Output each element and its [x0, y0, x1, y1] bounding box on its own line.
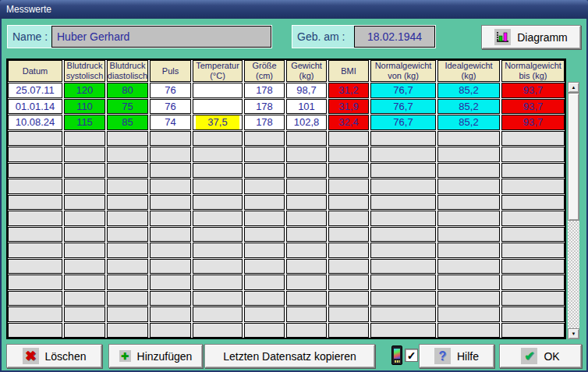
empty-table-cell[interactable]	[501, 195, 565, 211]
empty-table-cell[interactable]	[370, 131, 436, 147]
empty-table-cell[interactable]	[370, 163, 436, 179]
empty-table-cell[interactable]	[437, 163, 500, 179]
empty-table-cell[interactable]	[193, 163, 243, 179]
loeschen-button[interactable]: ✖ Löschen	[6, 344, 102, 368]
empty-table-cell[interactable]	[244, 291, 285, 306]
empty-table-cell[interactable]	[64, 323, 105, 338]
empty-table-cell[interactable]	[370, 179, 436, 194]
table-cell[interactable]: 76,7	[370, 115, 436, 130]
empty-table-cell[interactable]	[8, 195, 62, 211]
empty-table-cell[interactable]	[501, 243, 565, 258]
table-cell[interactable]: 01.01.14	[8, 99, 62, 115]
table-cell[interactable]: 85,2	[437, 83, 500, 98]
table-cell[interactable]: 31,9	[328, 99, 369, 115]
empty-table-cell[interactable]	[8, 306, 62, 322]
empty-table-cell[interactable]	[244, 211, 285, 226]
empty-table-cell[interactable]	[107, 323, 148, 338]
empty-table-cell[interactable]	[150, 275, 191, 290]
empty-table-cell[interactable]	[286, 306, 327, 322]
empty-table-cell[interactable]	[370, 227, 436, 243]
empty-table-cell[interactable]	[150, 227, 191, 243]
empty-table-cell[interactable]	[501, 147, 565, 162]
empty-table-cell[interactable]	[150, 243, 191, 258]
empty-table-cell[interactable]	[150, 306, 191, 322]
empty-table-cell[interactable]	[370, 243, 436, 258]
empty-table-cell[interactable]	[107, 291, 148, 306]
empty-table-cell[interactable]	[193, 131, 243, 147]
empty-table-cell[interactable]	[370, 291, 436, 306]
empty-table-cell[interactable]	[370, 306, 436, 322]
empty-table-cell[interactable]	[501, 131, 565, 147]
table-cell[interactable]: 93,7	[501, 99, 565, 115]
empty-table-cell[interactable]	[193, 306, 243, 322]
empty-table-cell[interactable]	[64, 275, 105, 290]
table-cell[interactable]: 37,5	[193, 115, 243, 130]
empty-table-cell[interactable]	[8, 147, 62, 162]
empty-table-cell[interactable]	[244, 195, 285, 211]
empty-table-cell[interactable]	[8, 259, 62, 275]
empty-table-cell[interactable]	[8, 211, 62, 226]
empty-table-cell[interactable]	[193, 195, 243, 211]
title-bar[interactable]: Messwerte	[0, 0, 588, 19]
hinzufuegen-button[interactable]: ✚ Hinzufügen	[108, 344, 203, 368]
empty-table-cell[interactable]	[8, 227, 62, 243]
empty-table-cell[interactable]	[501, 275, 565, 290]
empty-table-cell[interactable]	[193, 275, 243, 290]
empty-table-cell[interactable]	[437, 323, 500, 338]
empty-table-cell[interactable]	[501, 306, 565, 322]
empty-table-cell[interactable]	[64, 147, 105, 162]
empty-table-cell[interactable]	[501, 227, 565, 243]
empty-table-cell[interactable]	[501, 291, 565, 306]
table-cell[interactable]: 25.07.11	[8, 83, 62, 98]
empty-table-cell[interactable]	[193, 243, 243, 258]
ok-button[interactable]: ✔ OK	[499, 344, 582, 368]
table-cell[interactable]: 93,7	[501, 115, 565, 130]
empty-table-cell[interactable]	[286, 227, 327, 243]
empty-table-cell[interactable]	[64, 195, 105, 211]
empty-table-cell[interactable]	[244, 147, 285, 162]
empty-table-cell[interactable]	[437, 195, 500, 211]
table-cell[interactable]: 31,2	[328, 83, 369, 98]
empty-table-cell[interactable]	[437, 147, 500, 162]
empty-table-cell[interactable]	[8, 179, 62, 194]
empty-table-cell[interactable]	[193, 179, 243, 194]
empty-table-cell[interactable]	[501, 179, 565, 194]
empty-table-cell[interactable]	[8, 131, 62, 147]
empty-table-cell[interactable]	[107, 147, 148, 162]
scroll-down-button[interactable]: ▼	[568, 328, 579, 339]
empty-table-cell[interactable]	[244, 163, 285, 179]
empty-table-cell[interactable]	[328, 131, 369, 147]
empty-table-cell[interactable]	[286, 275, 327, 290]
empty-table-cell[interactable]	[437, 227, 500, 243]
empty-table-cell[interactable]	[501, 211, 565, 226]
empty-table-cell[interactable]	[370, 275, 436, 290]
empty-table-cell[interactable]	[501, 259, 565, 275]
birthdate-input[interactable]: 18.02.1944	[354, 26, 435, 48]
scroll-up-button[interactable]: ▲	[568, 82, 579, 93]
empty-table-cell[interactable]	[370, 323, 436, 338]
empty-table-cell[interactable]	[501, 323, 565, 338]
empty-table-cell[interactable]	[107, 195, 148, 211]
empty-table-cell[interactable]	[370, 195, 436, 211]
empty-table-cell[interactable]	[193, 323, 243, 338]
empty-table-cell[interactable]	[64, 163, 105, 179]
empty-table-cell[interactable]	[107, 275, 148, 290]
empty-table-cell[interactable]	[150, 211, 191, 226]
empty-table-cell[interactable]	[150, 163, 191, 179]
table-cell[interactable]: 85,2	[437, 99, 500, 115]
empty-table-cell[interactable]	[244, 323, 285, 338]
empty-table-cell[interactable]	[193, 227, 243, 243]
empty-table-cell[interactable]	[328, 211, 369, 226]
empty-table-cell[interactable]	[8, 323, 62, 338]
empty-table-cell[interactable]	[437, 131, 500, 147]
empty-table-cell[interactable]	[150, 323, 191, 338]
empty-table-cell[interactable]	[328, 291, 369, 306]
empty-table-cell[interactable]	[244, 131, 285, 147]
empty-table-cell[interactable]	[437, 259, 500, 275]
empty-table-cell[interactable]	[107, 243, 148, 258]
hilfe-button[interactable]: ? Hilfe	[419, 344, 494, 368]
table-cell[interactable]: 76,7	[370, 83, 436, 98]
empty-table-cell[interactable]	[370, 259, 436, 275]
table-cell[interactable]: 85	[107, 115, 148, 130]
empty-table-cell[interactable]	[244, 179, 285, 194]
